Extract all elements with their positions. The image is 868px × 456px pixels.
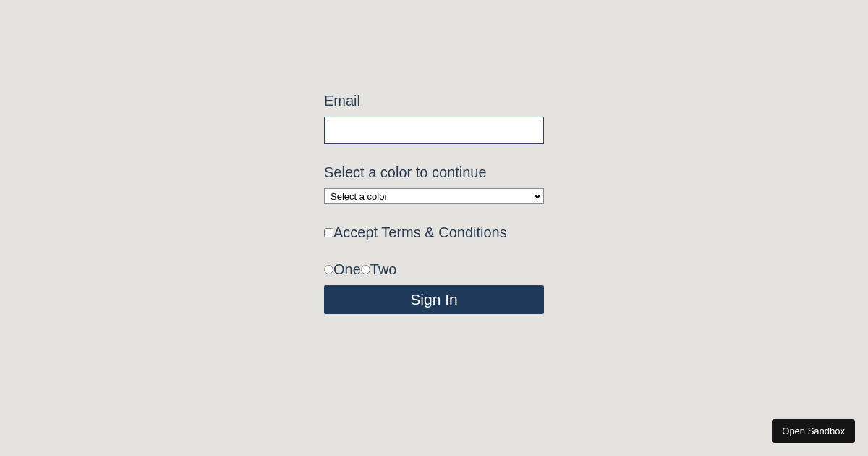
- color-select[interactable]: Select a color: [324, 188, 544, 204]
- signin-form: Email Select a color to continue Select …: [324, 93, 544, 314]
- email-input[interactable]: [324, 117, 544, 144]
- terms-checkbox[interactable]: [324, 228, 333, 237]
- email-group: Email: [324, 93, 544, 144]
- color-label: Select a color to continue: [324, 164, 544, 181]
- email-label: Email: [324, 93, 544, 109]
- radio-one-label: One: [333, 261, 361, 278]
- signin-button[interactable]: Sign In: [324, 285, 544, 314]
- terms-group: Accept Terms & Conditions: [324, 224, 544, 241]
- terms-label: Accept Terms & Conditions: [333, 224, 507, 241]
- radio-two[interactable]: [361, 265, 370, 274]
- open-sandbox-button[interactable]: Open Sandbox: [772, 419, 855, 443]
- radio-group: OneTwo Sign In: [324, 261, 544, 314]
- radio-one[interactable]: [324, 265, 333, 274]
- color-group: Select a color to continue Select a colo…: [324, 164, 544, 204]
- radio-two-label: Two: [370, 261, 397, 278]
